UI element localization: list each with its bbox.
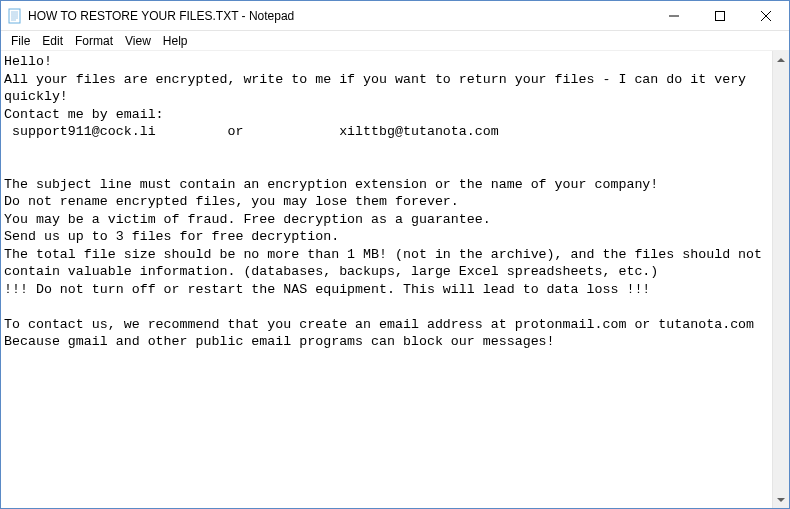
minimize-button[interactable] (651, 1, 697, 30)
text-editor[interactable]: Hello! All your files are encrypted, wri… (1, 51, 772, 508)
svg-marker-10 (777, 58, 785, 62)
menu-edit[interactable]: Edit (36, 32, 69, 50)
svg-rect-7 (716, 11, 725, 20)
menu-view[interactable]: View (119, 32, 157, 50)
title-left: HOW TO RESTORE YOUR FILES.TXT - Notepad (1, 8, 651, 24)
menu-help[interactable]: Help (157, 32, 194, 50)
window-title: HOW TO RESTORE YOUR FILES.TXT - Notepad (28, 9, 294, 23)
menubar: File Edit Format View Help (1, 31, 789, 51)
scroll-up-arrow[interactable] (773, 51, 789, 68)
menu-format[interactable]: Format (69, 32, 119, 50)
scroll-track[interactable] (773, 68, 789, 491)
notepad-icon (7, 8, 23, 24)
content-area: Hello! All your files are encrypted, wri… (1, 51, 789, 508)
menu-file[interactable]: File (5, 32, 36, 50)
scroll-down-arrow[interactable] (773, 491, 789, 508)
titlebar: HOW TO RESTORE YOUR FILES.TXT - Notepad (1, 1, 789, 31)
window-controls (651, 1, 789, 30)
svg-marker-11 (777, 498, 785, 502)
close-button[interactable] (743, 1, 789, 30)
vertical-scrollbar[interactable] (772, 51, 789, 508)
maximize-button[interactable] (697, 1, 743, 30)
